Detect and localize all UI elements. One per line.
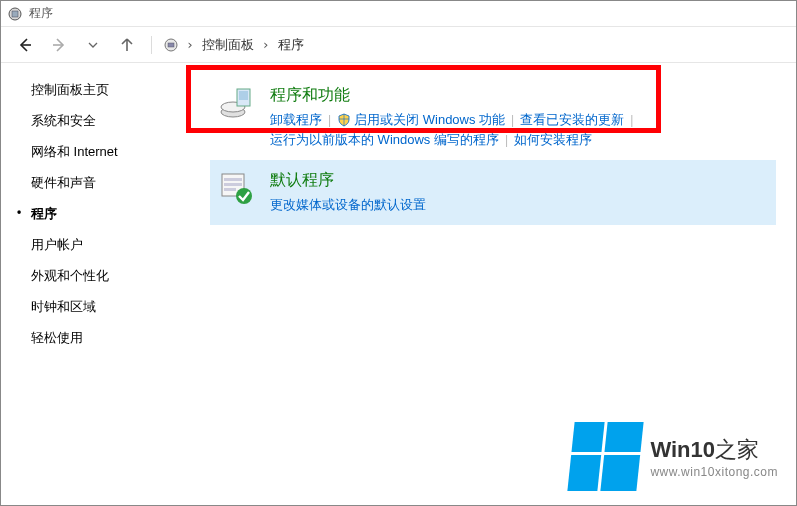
up-button[interactable] bbox=[113, 31, 141, 59]
default-programs-icon bbox=[218, 170, 254, 206]
breadcrumb-item-control-panel[interactable]: 控制面板 bbox=[198, 33, 258, 57]
sidebar-item-user-accounts[interactable]: 用户帐户 bbox=[31, 236, 186, 254]
sidebar-item-system-security[interactable]: 系统和安全 bbox=[31, 112, 186, 130]
windows-logo-icon bbox=[568, 422, 644, 491]
category-default-programs[interactable]: 默认程序 更改媒体或设备的默认设置 bbox=[210, 160, 776, 225]
svg-rect-9 bbox=[224, 178, 242, 181]
breadcrumb-separator: › bbox=[186, 37, 194, 52]
link-windows-features[interactable]: 启用或关闭 Windows 功能 bbox=[354, 110, 505, 130]
link-separator: | bbox=[630, 110, 633, 130]
link-separator: | bbox=[505, 130, 508, 150]
window-title: 程序 bbox=[29, 5, 53, 22]
sidebar-item-programs[interactable]: 程序 bbox=[31, 205, 186, 223]
link-installed-updates[interactable]: 查看已安装的更新 bbox=[520, 110, 624, 130]
breadcrumb-item-programs[interactable]: 程序 bbox=[274, 33, 308, 57]
uac-shield-icon bbox=[337, 113, 351, 127]
category-body: 程序和功能 卸载程序 | 启用或关闭 Windows 功能 | 查看已安装的更新… bbox=[270, 85, 768, 150]
navigation-bar: › 控制面板 › 程序 bbox=[1, 27, 796, 63]
sidebar-item-appearance[interactable]: 外观和个性化 bbox=[31, 267, 186, 285]
watermark: Win10之家 www.win10xitong.com bbox=[571, 422, 778, 491]
category-links: 卸载程序 | 启用或关闭 Windows 功能 | 查看已安装的更新 | 运行为… bbox=[270, 110, 768, 150]
sidebar-item-clock-region[interactable]: 时钟和区域 bbox=[31, 298, 186, 316]
link-separator: | bbox=[511, 110, 514, 130]
link-change-defaults[interactable]: 更改媒体或设备的默认设置 bbox=[270, 195, 426, 215]
sidebar-item-network-internet[interactable]: 网络和 Internet bbox=[31, 143, 186, 161]
svg-rect-10 bbox=[224, 183, 242, 186]
svg-rect-7 bbox=[239, 91, 248, 100]
app-icon bbox=[7, 6, 23, 22]
svg-rect-3 bbox=[168, 43, 174, 47]
control-panel-icon bbox=[162, 36, 180, 54]
watermark-brand: Win10之家 bbox=[650, 435, 778, 465]
category-links: 更改媒体或设备的默认设置 bbox=[270, 195, 768, 215]
sidebar-item-hardware-sound[interactable]: 硬件和声音 bbox=[31, 174, 186, 192]
sidebar-item-home[interactable]: 控制面板主页 bbox=[31, 81, 186, 99]
link-how-install[interactable]: 如何安装程序 bbox=[514, 130, 592, 150]
category-title-programs-features[interactable]: 程序和功能 bbox=[270, 85, 768, 106]
svg-rect-1 bbox=[12, 11, 18, 17]
breadcrumb-separator: › bbox=[262, 37, 270, 52]
watermark-url: www.win10xitong.com bbox=[650, 465, 778, 479]
category-body: 默认程序 更改媒体或设备的默认设置 bbox=[270, 170, 768, 215]
svg-point-12 bbox=[236, 188, 252, 204]
programs-features-icon bbox=[218, 85, 254, 121]
titlebar: 程序 bbox=[1, 1, 796, 27]
recent-locations-dropdown[interactable] bbox=[79, 31, 107, 59]
category-title-default-programs[interactable]: 默认程序 bbox=[270, 170, 768, 191]
link-compatibility[interactable]: 运行为以前版本的 Windows 编写的程序 bbox=[270, 130, 499, 150]
back-button[interactable] bbox=[11, 31, 39, 59]
svg-rect-11 bbox=[224, 188, 236, 191]
forward-button[interactable] bbox=[45, 31, 73, 59]
watermark-text: Win10之家 www.win10xitong.com bbox=[650, 435, 778, 479]
sidebar-item-ease-of-access[interactable]: 轻松使用 bbox=[31, 329, 186, 347]
link-uninstall-program[interactable]: 卸载程序 bbox=[270, 110, 322, 130]
category-programs-features: 程序和功能 卸载程序 | 启用或关闭 Windows 功能 | 查看已安装的更新… bbox=[210, 75, 776, 160]
link-separator: | bbox=[328, 110, 331, 130]
nav-separator bbox=[151, 36, 152, 54]
sidebar: 控制面板主页 系统和安全 网络和 Internet 硬件和声音 程序 用户帐户 … bbox=[1, 63, 186, 505]
breadcrumb-bar[interactable]: › 控制面板 › 程序 bbox=[162, 33, 308, 57]
